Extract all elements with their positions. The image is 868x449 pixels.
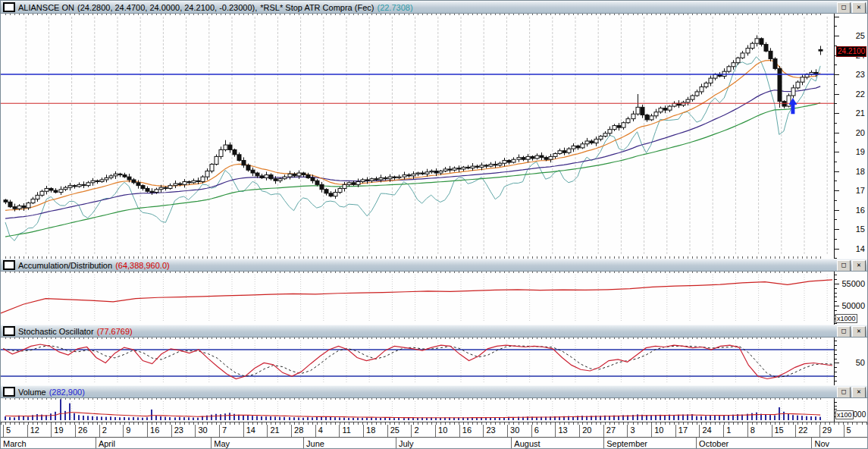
price-scale-label: 15 xyxy=(856,224,865,234)
date-axis: 5121926291623307142128411182521016233061… xyxy=(1,422,867,449)
axis-day-cell: 27 xyxy=(603,425,628,437)
stoch-panel-body: 50 xyxy=(1,338,867,385)
price-scale[interactable]: 25242322212019181716151424.2100 xyxy=(834,14,868,259)
axis-day-cell: 10 xyxy=(435,425,459,437)
price-scale-tick xyxy=(835,142,837,143)
close-button[interactable]: ✕ xyxy=(852,260,866,272)
chart-window: ALIANSCE ON (24.2800, 24.4700, 24.0000, … xyxy=(0,0,868,449)
price-scale-tick xyxy=(835,74,839,75)
maximize-button[interactable]: □ xyxy=(837,2,851,14)
volume-scale[interactable]: x100000 xyxy=(834,398,868,422)
maximize-button[interactable]: □ xyxy=(837,387,851,398)
stoch-scale[interactable]: 50 xyxy=(834,338,868,385)
axis-day-cell: 21 xyxy=(267,425,291,437)
volume-panel-titlebar[interactable]: Volume (282,900) □ ✕ xyxy=(1,385,867,398)
panel-collapse-icon[interactable] xyxy=(3,2,15,12)
ad-scale-tick xyxy=(835,288,837,289)
stoch-scale-tick xyxy=(835,354,837,355)
axis-month-cell: July xyxy=(396,438,511,449)
axis-day-cell: 2 xyxy=(99,425,124,437)
stoch-scale-tick xyxy=(835,376,837,377)
ad-scale[interactable]: 5500050000x1000 xyxy=(834,272,868,325)
stoch-scale-tick xyxy=(835,345,837,346)
close-button[interactable]: ✕ xyxy=(852,2,866,14)
price-scale-label: 25 xyxy=(856,31,865,40)
ad-panel-body: 5500050000x1000 xyxy=(1,272,867,325)
axis-day-cell: 3 xyxy=(627,425,651,437)
volume-value: (282,900) xyxy=(49,388,85,397)
axis-month-cell: August xyxy=(511,438,603,449)
axis-day-cell: 1 xyxy=(723,425,747,437)
axis-month-fill xyxy=(835,438,867,449)
ad-title: Accumulation/Distribution xyxy=(18,261,112,270)
axis-day-cell: 9 xyxy=(123,425,147,437)
volume-panel-body: x100000 xyxy=(1,398,867,422)
axis-day-cell: 2 xyxy=(411,425,435,437)
stoch-panel-titlebar[interactable]: Stochastic Oscillator (77.6769) □ ✕ xyxy=(1,325,867,338)
axis-day-cell: 15 xyxy=(772,425,796,437)
stoch-scale-tick xyxy=(835,372,837,372)
axis-day-cell: 5 xyxy=(3,425,27,437)
price-scale-tick xyxy=(835,17,839,17)
axis-day-cell: 10 xyxy=(651,425,675,437)
axis-day-cell: 12 xyxy=(27,425,52,437)
axis-day-cell: 25 xyxy=(387,425,412,437)
ad-scale-label: 55000 xyxy=(841,279,865,288)
stoch-scale-tick xyxy=(835,350,837,350)
ad-multiplier-label: x1000 xyxy=(835,314,857,323)
volume-chart-canvas[interactable] xyxy=(1,398,834,422)
price-scale-tick xyxy=(835,113,839,114)
price-scale-label: 16 xyxy=(856,206,865,215)
panel-collapse-icon[interactable] xyxy=(3,260,15,270)
price-scale-label: 23 xyxy=(856,70,865,79)
price-chart-canvas[interactable] xyxy=(1,14,834,259)
close-button[interactable]: ✕ xyxy=(852,326,866,338)
maximize-button[interactable]: □ xyxy=(837,260,851,272)
price-scale-label: 20 xyxy=(856,128,865,137)
ad-panel-titlebar[interactable]: Accumulation/Distribution (64,388,960.0)… xyxy=(1,259,867,272)
axis-day-cell: 30 xyxy=(507,425,531,437)
close-button[interactable]: ✕ xyxy=(852,387,866,398)
volume-scale-suffix: 000 xyxy=(854,410,866,419)
maximize-button[interactable]: □ xyxy=(837,326,851,338)
price-scale-tick xyxy=(835,152,839,152)
study-label: *RSL* Stop ATR Compra (Fec) xyxy=(260,3,374,12)
price-scale-tick xyxy=(835,210,839,211)
ad-scale-tick xyxy=(835,284,839,284)
axis-day-cell: 8 xyxy=(747,425,772,437)
price-scale-tick xyxy=(835,200,837,201)
axis-month-cell: September xyxy=(603,438,696,449)
stoch-scale-tick xyxy=(835,367,837,368)
axis-day-cell: 26 xyxy=(75,425,99,437)
price-scale-tick xyxy=(835,162,837,162)
price-panel-body: 25242322212019181716151424.2100 xyxy=(1,14,867,259)
axis-month-cell: May xyxy=(211,438,303,449)
axis-month-cell: April xyxy=(96,438,211,449)
axis-day-row: 5121926291623307142128411182521016233061… xyxy=(1,425,867,438)
axis-day-cell: 24 xyxy=(699,425,723,437)
stoch-chart-canvas[interactable] xyxy=(1,338,834,385)
last-price-marker: 24.2100 xyxy=(836,46,866,57)
volume-scale-tick xyxy=(835,409,837,410)
axis-day-cell: 18 xyxy=(363,425,387,437)
axis-day-cell: 30 xyxy=(195,425,219,437)
axis-day-cell: 23 xyxy=(171,425,196,437)
stoch-scale-tick xyxy=(835,381,837,381)
price-scale-tick xyxy=(835,84,837,85)
price-scale-label: 14 xyxy=(856,244,865,253)
ad-value: (64,388,960.0) xyxy=(115,261,170,270)
price-scale-tick xyxy=(835,26,837,27)
ad-scale-tick xyxy=(835,279,837,280)
price-scale-tick xyxy=(835,239,837,240)
ad-scale-tick xyxy=(835,310,837,311)
panel-collapse-icon[interactable] xyxy=(3,387,15,397)
price-panel-titlebar[interactable]: ALIANSCE ON (24.2800, 24.4700, 24.0000, … xyxy=(1,1,867,14)
panel-collapse-icon[interactable] xyxy=(3,326,15,336)
price-scale-tick xyxy=(835,229,839,230)
price-scale-tick xyxy=(835,133,839,133)
ad-chart-canvas[interactable] xyxy=(1,272,834,325)
axis-day-cell: 20 xyxy=(579,425,603,437)
stoch-scale-tick xyxy=(835,363,839,363)
ad-scale-tick xyxy=(835,275,837,275)
axis-day-cell: 5 xyxy=(844,425,868,437)
